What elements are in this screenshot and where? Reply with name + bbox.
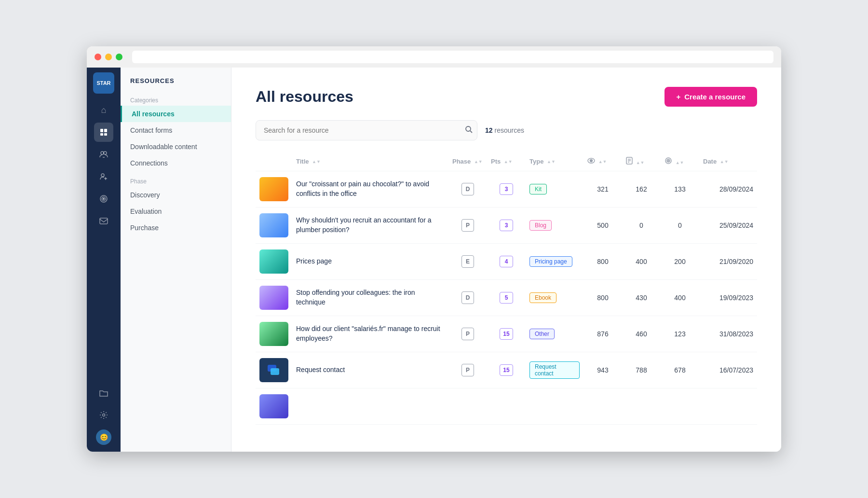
- cell-views: 943: [583, 352, 622, 388]
- search-button[interactable]: [465, 125, 473, 135]
- cell-title: How did our client "salariés.fr" manage …: [292, 316, 448, 352]
- cell-type: Blog: [526, 208, 583, 244]
- cell-phase: D: [448, 280, 487, 316]
- nav-users-icon[interactable]: [94, 145, 113, 164]
- page-title: All resources: [256, 88, 353, 106]
- cell-views: 876: [583, 316, 622, 352]
- col-header-docs[interactable]: ▲▼: [622, 152, 661, 171]
- browser-window: STAR ⌂ 😊: [87, 46, 781, 452]
- cell-title: Our "croissant or pain au chocolat?" to …: [292, 171, 448, 208]
- svg-point-24: [668, 160, 669, 161]
- main-header: All resources + Create a resource: [256, 87, 757, 107]
- col-header-views[interactable]: ▲▼: [583, 152, 622, 171]
- icon-sidebar: STAR ⌂ 😊: [87, 68, 121, 452]
- type-badge: Other: [529, 329, 555, 339]
- phase-badge: E: [461, 255, 474, 268]
- phase-badge: P: [461, 364, 474, 376]
- table-row: Why shouldn't you recruit an accountant …: [256, 208, 757, 244]
- cell-target: 678: [661, 352, 699, 388]
- close-button[interactable]: [95, 54, 101, 60]
- sidebar-item-connections[interactable]: Connections: [121, 155, 231, 171]
- resource-title: Stop offending your colleagues: the iron…: [296, 289, 415, 306]
- cell-phase: E: [448, 244, 487, 280]
- nav-mail-icon[interactable]: [94, 211, 113, 231]
- cell-pts: 5: [487, 280, 526, 316]
- nav-avatar-icon[interactable]: 😊: [94, 428, 113, 447]
- nav-settings-icon[interactable]: [94, 405, 113, 425]
- cell-thumbnail: [256, 244, 292, 280]
- col-header-date[interactable]: Date ▲▼: [699, 152, 757, 171]
- cell-phase: P: [448, 352, 487, 388]
- cell-type: Request contact: [526, 352, 583, 388]
- svg-rect-12: [100, 218, 108, 224]
- nav-folder-icon[interactable]: [94, 383, 113, 402]
- cell-date: 25/09/2024: [699, 208, 757, 244]
- cell-date: 16/07/2023: [699, 352, 757, 388]
- search-input-wrap: [256, 120, 477, 140]
- resources-table: Title ▲▼ Phase ▲▼ Pts ▲▼ Type ▲▼ ▲▼ ▲▼: [256, 152, 757, 425]
- cell-type: Other: [526, 316, 583, 352]
- col-header-target[interactable]: ▲▼: [661, 152, 699, 171]
- sidebar-item-evaluation[interactable]: Evaluation: [121, 203, 231, 220]
- sidebar-item-downloadable-content[interactable]: Downloadable content: [121, 138, 231, 155]
- col-header-thumbnail: [256, 152, 292, 171]
- nav-target-icon[interactable]: [94, 189, 113, 208]
- cell-views: 321: [583, 171, 622, 208]
- cell-thumbnail: [256, 316, 292, 352]
- address-bar[interactable]: [132, 51, 773, 63]
- cell-docs: 400: [622, 244, 661, 280]
- col-header-phase[interactable]: Phase ▲▼: [448, 152, 487, 171]
- table-row: How did our client "salariés.fr" manage …: [256, 316, 757, 352]
- table-row: Prices page E 4 Pricing page 800 400 200…: [256, 244, 757, 280]
- sidebar-item-discovery[interactable]: Discovery: [121, 187, 231, 203]
- nav-home-icon[interactable]: ⌂: [94, 100, 113, 120]
- svg-point-11: [103, 198, 105, 200]
- cell-docs: 162: [622, 171, 661, 208]
- pts-badge: 15: [500, 328, 513, 340]
- resource-title: How did our client "salariés.fr" manage …: [296, 325, 440, 342]
- col-header-pts[interactable]: Pts ▲▼: [487, 152, 526, 171]
- maximize-button[interactable]: [116, 54, 122, 60]
- cell-target: 200: [661, 244, 699, 280]
- sidebar-item-contact-forms[interactable]: Contact forms: [121, 122, 231, 138]
- cell-pts: 4: [487, 244, 526, 280]
- col-header-type[interactable]: Type ▲▼: [526, 152, 583, 171]
- resource-title: Request contact: [296, 366, 345, 374]
- svg-point-17: [590, 160, 593, 162]
- cell-pts: 15: [487, 352, 526, 388]
- svg-line-15: [470, 131, 472, 133]
- title-sort-icon: ▲▼: [312, 160, 321, 164]
- search-input[interactable]: [256, 120, 477, 140]
- svg-point-5: [104, 152, 107, 154]
- cell-docs: 430: [622, 280, 661, 316]
- app-logo: STAR: [93, 72, 114, 94]
- nav-add-user-icon[interactable]: [94, 167, 113, 186]
- col-header-title[interactable]: Title ▲▼: [292, 152, 448, 171]
- pts-badge: 3: [500, 183, 513, 195]
- count-label: resources: [494, 126, 524, 134]
- cell-date: 21/09/2020: [699, 244, 757, 280]
- svg-point-4: [101, 152, 104, 154]
- thumbnail-6: [259, 358, 288, 382]
- sidebar-item-purchase[interactable]: Purchase: [121, 220, 231, 236]
- type-badge: Pricing page: [529, 256, 572, 267]
- svg-rect-1: [104, 129, 107, 132]
- docs-sort-icon: ▲▼: [636, 161, 645, 165]
- date-sort-icon: ▲▼: [720, 160, 729, 164]
- minimize-button[interactable]: [105, 54, 112, 60]
- cell-target: 133: [661, 171, 699, 208]
- pts-badge: 15: [500, 364, 513, 376]
- cell-phase: D: [448, 171, 487, 208]
- pts-sort-icon: ▲▼: [504, 160, 513, 164]
- cell-docs: 788: [622, 352, 661, 388]
- nav-resources-icon[interactable]: [94, 123, 113, 142]
- cell-docs: 0: [622, 208, 661, 244]
- pts-badge: 5: [500, 292, 513, 304]
- svg-rect-3: [104, 133, 107, 136]
- create-resource-button[interactable]: + Create a resource: [665, 87, 757, 107]
- sidebar-item-all-resources[interactable]: All resources: [121, 106, 231, 122]
- cell-thumbnail: [256, 171, 292, 208]
- plus-icon: +: [676, 93, 680, 101]
- resources-count: 12 resources: [485, 126, 524, 134]
- type-badge: Kit: [529, 184, 547, 194]
